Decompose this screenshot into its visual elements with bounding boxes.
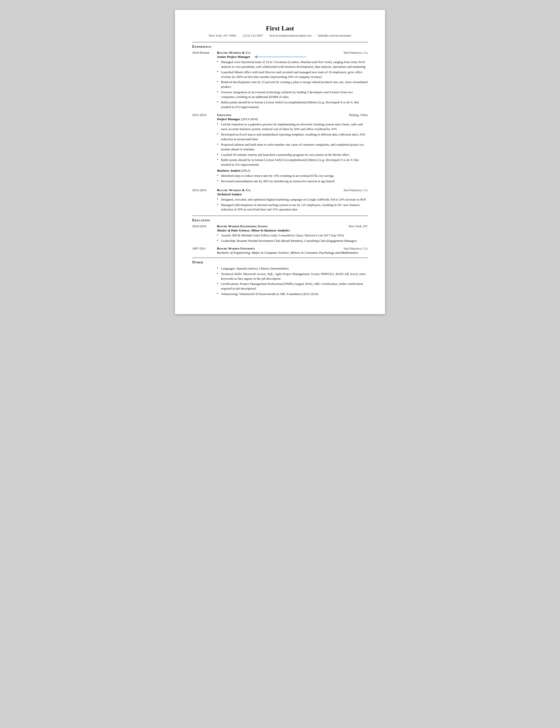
education-divider xyxy=(192,216,368,216)
bullet-item: Awards: Bill & Melinda Gates Fellow (onl… xyxy=(217,233,368,238)
job-title-1: Senior Project Manager xyxy=(217,55,250,59)
edu-location-2: San Francisco, CA xyxy=(343,247,368,250)
job-title-row-3: Technical Analyst xyxy=(217,192,368,196)
job-entry-2: 2012-2014 Growthsi Beijing, China Projec… xyxy=(192,113,368,185)
bullet-item: Volunteering: Volunteered 20 hours/month… xyxy=(217,292,368,296)
dot3: · xyxy=(314,34,316,37)
edu-header-2: Resume Worded University San Francisco, … xyxy=(217,247,368,250)
sub-role-2: Business Analyst (2012) Identified steps… xyxy=(217,169,368,184)
linkedin: linkedin.com/in/username xyxy=(318,34,351,37)
job-location-1: San Francisco, CA xyxy=(343,51,368,55)
job-date-1: 2016-Present xyxy=(192,51,217,110)
bullet-item: Launched Miami office with lead Director… xyxy=(217,70,368,79)
job-bullets-2: Led the transition to a paperless practi… xyxy=(217,122,368,167)
other-bullets: Languages: Spanish (native), Chinese (in… xyxy=(217,266,368,296)
job-title-row-2b: Business Analyst (2012) xyxy=(217,169,368,173)
job-header-3: Resume Worded & Co. San Francisco, CA xyxy=(217,188,368,192)
other-date-spacer xyxy=(192,266,217,297)
job-bullets-1: Managed cross-functional team of 10 in 3… xyxy=(217,60,368,109)
other-section: Other Languages: Spanish (native), Chine… xyxy=(192,260,368,297)
edu-entry-2: 2007-2011 Resume Worded University San F… xyxy=(192,247,368,255)
bullet-item: Designed, executed, and optimized digita… xyxy=(217,197,368,202)
job-entry-1: 2016-Present Resume Worded & Co. San Fra… xyxy=(192,51,368,110)
job-content-1: Resume Worded & Co. San Francisco, CA Se… xyxy=(217,51,368,110)
bullet-item: Decreased uninstallation rate by 40% by … xyxy=(217,179,368,184)
phone: (212) 123-4567 xyxy=(243,34,263,37)
job-header-1: Resume Worded & Co. San Francisco, CA xyxy=(217,51,368,55)
edu-bullets-1: Awards: Bill & Melinda Gates Fellow (onl… xyxy=(217,233,368,243)
edu-header-1: Resume Worded Engineering School New Yor… xyxy=(217,224,368,228)
bullet-item: Identified steps to reduce return rates … xyxy=(217,174,368,178)
edu-degree-1: Master of Data Science; Minor in Busines… xyxy=(217,228,368,232)
job-title-2b: Business Analyst (2012) xyxy=(217,169,250,173)
arrow-line xyxy=(257,57,306,57)
bullet-item: Coached 30 summer interns and launched a… xyxy=(217,153,368,157)
location: New York, NY 10001 xyxy=(209,34,237,37)
job-content-3: Resume Worded & Co. San Francisco, CA Te… xyxy=(217,188,368,213)
education-title: Education xyxy=(192,218,368,222)
dot2: · xyxy=(266,34,268,37)
bullet-item: Oversaw integration of an external techn… xyxy=(217,90,368,99)
bullet-item: Led the transition to a paperless practi… xyxy=(217,122,368,132)
job-title-row-1: Senior Project Manager xyxy=(217,55,368,59)
bullet-item: Developed an Excel macro and standardize… xyxy=(217,132,368,142)
job-content-2: Growthsi Beijing, China Project Manager … xyxy=(217,113,368,185)
email: first.m.last@resumeworded.com xyxy=(270,34,311,37)
education-section: Education 2014-2016 Resume Worded Engine… xyxy=(192,218,368,255)
edu-content-1: Resume Worded Engineering School New Yor… xyxy=(217,224,368,244)
job-location-2: Beijing, China xyxy=(349,113,368,117)
bullet-item: Bullet points should be in format [Actio… xyxy=(217,100,368,110)
other-bullets-content: Languages: Spanish (native), Chinese (in… xyxy=(217,266,368,297)
company-name-1: Resume Worded & Co. xyxy=(217,51,251,55)
resume-page: First Last New York, NY 10001 · (212) 12… xyxy=(175,10,385,314)
arrow-annotation xyxy=(255,55,306,58)
other-title: Other xyxy=(192,260,368,264)
company-name-2: Growthsi xyxy=(217,113,232,117)
job-date-3: 2012-2014 xyxy=(192,188,217,213)
experience-section: Experience 2016-Present Resume Worded & … xyxy=(192,45,368,213)
job-bullets-3: Designed, executed, and optimized digita… xyxy=(217,197,368,212)
bullet-item: Managed redevelopment of internal tracki… xyxy=(217,203,368,212)
bullet-item: Bullet points should be in format [Actio… xyxy=(217,158,368,167)
job-header-2: Growthsi Beijing, China xyxy=(217,113,368,117)
other-divider xyxy=(192,258,368,258)
job-date-2: 2012-2014 xyxy=(192,113,217,185)
job-entry-3: 2012-2014 Resume Worded & Co. San Franci… xyxy=(192,188,368,213)
header-divider xyxy=(192,42,368,42)
bullet-item: Managed cross-functional team of 10 in 3… xyxy=(217,60,368,69)
edu-entry-1: 2014-2016 Resume Worded Engineering Scho… xyxy=(192,224,368,244)
edu-degree-2: Bachelor of Engineering, Major in Comput… xyxy=(217,251,368,255)
job-title-3: Technical Analyst xyxy=(217,192,242,196)
job-title-row-2: Project Manager (2013-2014) xyxy=(217,117,368,121)
company-name-3: Resume Worded & Co. xyxy=(217,188,251,192)
header: First Last New York, NY 10001 · (212) 12… xyxy=(192,25,368,38)
job-location-3: San Francisco, CA xyxy=(343,188,368,192)
bullet-item: Languages: Spanish (native), Chinese (in… xyxy=(217,266,368,271)
edu-content-2: Resume Worded University San Francisco, … xyxy=(217,247,368,255)
candidate-name: First Last xyxy=(192,25,368,32)
bullet-item: Certifications: Project Management Profe… xyxy=(217,282,368,291)
job-title-2: Project Manager (2013-2014) xyxy=(217,117,258,121)
job-bullets-2b: Identified steps to reduce return rates … xyxy=(217,174,368,184)
dot1: · xyxy=(240,34,241,37)
other-content: Languages: Spanish (native), Chinese (in… xyxy=(192,266,368,297)
experience-title: Experience xyxy=(192,45,368,49)
bullet-item: Reduced development costs by 25 percent … xyxy=(217,80,368,89)
edu-school-1: Resume Worded Engineering School xyxy=(217,224,268,228)
bullet-item: Proposed solution and built team to solv… xyxy=(217,142,368,152)
edu-location-1: New York, NY xyxy=(348,224,368,228)
edu-school-2: Resume Worded University xyxy=(217,247,255,250)
bullet-item: Technical Skills: Microsoft Access, SQL,… xyxy=(217,272,368,281)
edu-date-1: 2014-2016 xyxy=(192,224,217,244)
bullet-item: Leadership: Resume Worded Investment Clu… xyxy=(217,239,368,243)
header-contact: New York, NY 10001 · (212) 123-4567 · fi… xyxy=(192,34,368,38)
edu-date-2: 2007-2011 xyxy=(192,247,217,255)
